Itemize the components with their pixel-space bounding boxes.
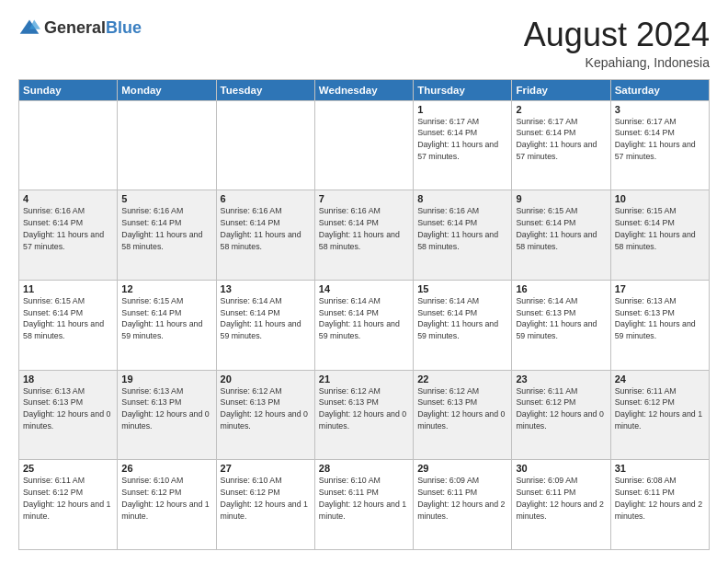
day-info: Sunrise: 6:15 AM Sunset: 6:14 PM Dayligh… (23, 295, 113, 342)
day-number: 12 (121, 283, 211, 294)
day-info: Sunrise: 6:16 AM Sunset: 6:14 PM Dayligh… (121, 205, 211, 252)
calendar-week-row: 18Sunrise: 6:13 AM Sunset: 6:13 PM Dayli… (19, 370, 710, 460)
day-info: Sunrise: 6:14 AM Sunset: 6:14 PM Dayligh… (417, 295, 507, 342)
day-number: 29 (417, 463, 507, 474)
calendar-table: SundayMondayTuesdayWednesdayThursdayFrid… (18, 79, 710, 550)
weekday-header-sunday: Sunday (19, 79, 118, 100)
day-number: 24 (615, 373, 705, 385)
day-number: 4 (23, 193, 113, 204)
day-info: Sunrise: 6:12 AM Sunset: 6:13 PM Dayligh… (221, 385, 311, 432)
calendar-week-row: 1Sunrise: 6:17 AM Sunset: 6:14 PM Daylig… (19, 100, 710, 190)
day-info: Sunrise: 6:09 AM Sunset: 6:11 PM Dayligh… (417, 475, 507, 522)
day-info: Sunrise: 6:10 AM Sunset: 6:12 PM Dayligh… (221, 475, 311, 522)
day-info: Sunrise: 6:12 AM Sunset: 6:13 PM Dayligh… (319, 385, 409, 432)
weekday-header-monday: Monday (118, 79, 216, 100)
weekday-header-tuesday: Tuesday (216, 79, 314, 100)
calendar-cell (216, 100, 314, 190)
day-number: 3 (615, 104, 705, 115)
day-number: 31 (615, 463, 705, 474)
day-info: Sunrise: 6:17 AM Sunset: 6:14 PM Dayligh… (516, 116, 606, 163)
day-info: Sunrise: 6:17 AM Sunset: 6:14 PM Dayligh… (417, 116, 507, 163)
calendar-cell: 21Sunrise: 6:12 AM Sunset: 6:13 PM Dayli… (314, 370, 413, 460)
calendar-week-row: 25Sunrise: 6:11 AM Sunset: 6:12 PM Dayli… (19, 460, 710, 550)
calendar-cell: 10Sunrise: 6:15 AM Sunset: 6:14 PM Dayli… (610, 190, 709, 281)
day-info: Sunrise: 6:15 AM Sunset: 6:14 PM Dayligh… (516, 205, 606, 252)
day-number: 23 (516, 373, 606, 385)
day-number: 16 (516, 283, 606, 294)
calendar-cell: 14Sunrise: 6:14 AM Sunset: 6:14 PM Dayli… (314, 280, 413, 370)
calendar-cell: 9Sunrise: 6:15 AM Sunset: 6:14 PM Daylig… (512, 190, 610, 281)
calendar-cell: 4Sunrise: 6:16 AM Sunset: 6:14 PM Daylig… (19, 190, 118, 281)
day-number: 28 (319, 463, 409, 474)
day-info: Sunrise: 6:11 AM Sunset: 6:12 PM Dayligh… (516, 385, 606, 432)
day-number: 2 (516, 104, 606, 115)
calendar-cell: 8Sunrise: 6:16 AM Sunset: 6:14 PM Daylig… (414, 190, 512, 281)
calendar-cell: 22Sunrise: 6:12 AM Sunset: 6:13 PM Dayli… (414, 370, 512, 460)
calendar-cell: 5Sunrise: 6:16 AM Sunset: 6:14 PM Daylig… (118, 190, 216, 281)
day-info: Sunrise: 6:15 AM Sunset: 6:14 PM Dayligh… (615, 205, 705, 252)
calendar-cell (118, 100, 216, 190)
calendar-cell: 25Sunrise: 6:11 AM Sunset: 6:12 PM Dayli… (19, 460, 118, 550)
day-number: 25 (23, 463, 113, 474)
header: GeneralBlue August 2024 Kepahiang, Indon… (18, 17, 710, 70)
weekday-header-saturday: Saturday (610, 79, 709, 100)
weekday-header-row: SundayMondayTuesdayWednesdayThursdayFrid… (19, 79, 710, 100)
calendar-cell: 30Sunrise: 6:09 AM Sunset: 6:11 PM Dayli… (512, 460, 610, 550)
calendar-cell: 17Sunrise: 6:13 AM Sunset: 6:13 PM Dayli… (610, 280, 709, 370)
calendar-cell: 11Sunrise: 6:15 AM Sunset: 6:14 PM Dayli… (19, 280, 118, 370)
calendar-cell: 26Sunrise: 6:10 AM Sunset: 6:12 PM Dayli… (118, 460, 216, 550)
calendar-cell: 12Sunrise: 6:15 AM Sunset: 6:14 PM Dayli… (118, 280, 216, 370)
calendar-cell: 24Sunrise: 6:11 AM Sunset: 6:12 PM Dayli… (610, 370, 709, 460)
day-number: 18 (23, 373, 113, 385)
day-number: 8 (417, 193, 507, 204)
day-number: 10 (615, 193, 705, 204)
day-number: 14 (319, 283, 409, 294)
day-info: Sunrise: 6:08 AM Sunset: 6:11 PM Dayligh… (615, 475, 705, 522)
weekday-header-wednesday: Wednesday (314, 79, 413, 100)
logo-text: GeneralBlue (44, 18, 142, 38)
day-info: Sunrise: 6:11 AM Sunset: 6:12 PM Dayligh… (23, 475, 113, 522)
day-info: Sunrise: 6:13 AM Sunset: 6:13 PM Dayligh… (615, 295, 705, 342)
calendar-cell: 6Sunrise: 6:16 AM Sunset: 6:14 PM Daylig… (216, 190, 314, 281)
day-info: Sunrise: 6:09 AM Sunset: 6:11 PM Dayligh… (516, 475, 606, 522)
calendar-cell: 31Sunrise: 6:08 AM Sunset: 6:11 PM Dayli… (610, 460, 709, 550)
title-block: August 2024 Kepahiang, Indonesia (524, 17, 710, 70)
day-number: 7 (319, 193, 409, 204)
day-info: Sunrise: 6:16 AM Sunset: 6:14 PM Dayligh… (221, 205, 311, 252)
day-number: 9 (516, 193, 606, 204)
day-info: Sunrise: 6:10 AM Sunset: 6:12 PM Dayligh… (121, 475, 211, 522)
day-number: 15 (417, 283, 507, 294)
weekday-header-friday: Friday (512, 79, 610, 100)
calendar-cell: 27Sunrise: 6:10 AM Sunset: 6:12 PM Dayli… (216, 460, 314, 550)
calendar-cell: 23Sunrise: 6:11 AM Sunset: 6:12 PM Dayli… (512, 370, 610, 460)
day-number: 17 (615, 283, 705, 294)
day-number: 5 (121, 193, 211, 204)
logo: GeneralBlue (18, 17, 142, 39)
day-number: 1 (417, 104, 507, 115)
calendar-cell (314, 100, 413, 190)
day-number: 21 (319, 373, 409, 385)
calendar-cell: 13Sunrise: 6:14 AM Sunset: 6:14 PM Dayli… (216, 280, 314, 370)
calendar-cell: 20Sunrise: 6:12 AM Sunset: 6:13 PM Dayli… (216, 370, 314, 460)
calendar-cell: 2Sunrise: 6:17 AM Sunset: 6:14 PM Daylig… (512, 100, 610, 190)
calendar-cell: 1Sunrise: 6:17 AM Sunset: 6:14 PM Daylig… (414, 100, 512, 190)
calendar-week-row: 11Sunrise: 6:15 AM Sunset: 6:14 PM Dayli… (19, 280, 710, 370)
day-info: Sunrise: 6:15 AM Sunset: 6:14 PM Dayligh… (121, 295, 211, 342)
day-number: 22 (417, 373, 507, 385)
day-number: 30 (516, 463, 606, 474)
calendar-cell: 16Sunrise: 6:14 AM Sunset: 6:13 PM Dayli… (512, 280, 610, 370)
day-number: 13 (221, 283, 311, 294)
day-info: Sunrise: 6:14 AM Sunset: 6:14 PM Dayligh… (319, 295, 409, 342)
day-info: Sunrise: 6:14 AM Sunset: 6:13 PM Dayligh… (516, 295, 606, 342)
calendar-week-row: 4Sunrise: 6:16 AM Sunset: 6:14 PM Daylig… (19, 190, 710, 281)
calendar-cell: 15Sunrise: 6:14 AM Sunset: 6:14 PM Dayli… (414, 280, 512, 370)
calendar-cell: 28Sunrise: 6:10 AM Sunset: 6:11 PM Dayli… (314, 460, 413, 550)
day-info: Sunrise: 6:16 AM Sunset: 6:14 PM Dayligh… (417, 205, 507, 252)
calendar-cell: 29Sunrise: 6:09 AM Sunset: 6:11 PM Dayli… (414, 460, 512, 550)
calendar-cell: 3Sunrise: 6:17 AM Sunset: 6:14 PM Daylig… (610, 100, 709, 190)
day-number: 20 (221, 373, 311, 385)
calendar-cell: 19Sunrise: 6:13 AM Sunset: 6:13 PM Dayli… (118, 370, 216, 460)
calendar-cell (19, 100, 118, 190)
day-number: 26 (121, 463, 211, 474)
day-number: 19 (121, 373, 211, 385)
